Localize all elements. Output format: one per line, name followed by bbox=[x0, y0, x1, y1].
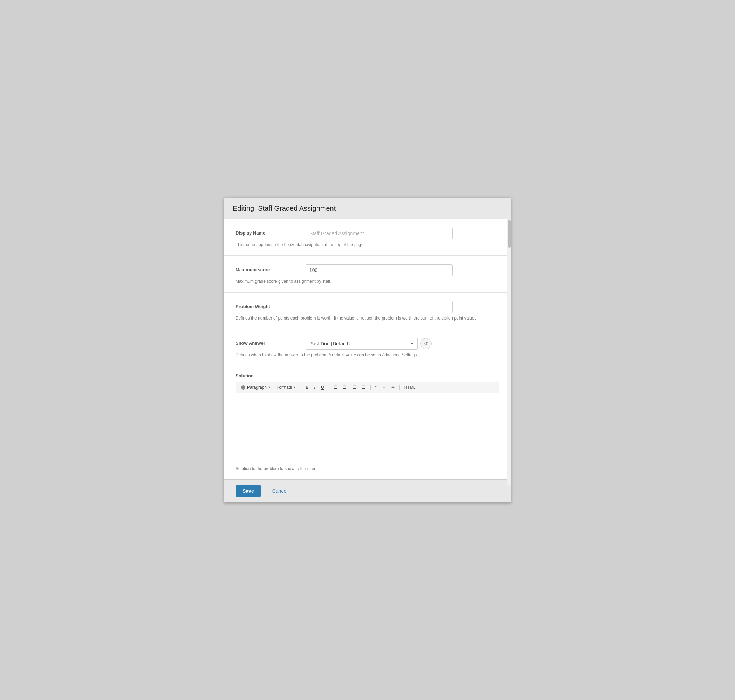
max-score-label: Maximum score bbox=[235, 264, 298, 272]
problem-weight-label: Problem Weight bbox=[235, 301, 298, 309]
max-score-control bbox=[306, 264, 500, 276]
show-answer-hint: Defines when to show the answer to the p… bbox=[235, 353, 500, 357]
display-name-section: Display Name This name appears in the ho… bbox=[224, 219, 511, 256]
display-name-label: Display Name bbox=[235, 228, 298, 235]
blockquote-icon: " bbox=[375, 385, 376, 390]
toolbar-divider-1 bbox=[301, 385, 301, 390]
modal-footer: Save Cancel bbox=[224, 479, 511, 502]
show-answer-select-wrap: Past Due (Default) Always Never Finished… bbox=[306, 338, 500, 350]
display-name-control bbox=[306, 228, 500, 240]
bold-button[interactable]: B bbox=[304, 384, 310, 391]
formats-dropdown-arrow: ▼ bbox=[293, 386, 296, 389]
ol-icon: ☰ bbox=[343, 385, 347, 390]
scrollbar-track[interactable] bbox=[507, 219, 511, 485]
link-icon: ⚭ bbox=[382, 385, 386, 390]
paragraph-circle-icon bbox=[241, 385, 245, 390]
problem-weight-row: Problem Weight bbox=[235, 301, 500, 313]
max-score-section: Maximum score Maximum grade score given … bbox=[224, 256, 511, 293]
modal-dialog: Editing: Staff Graded Assignment Display… bbox=[224, 198, 511, 503]
indent-increase-button[interactable]: ☰ bbox=[360, 384, 368, 391]
unordered-list-button[interactable]: ☰ bbox=[332, 384, 339, 391]
editor-content-area[interactable] bbox=[236, 393, 499, 463]
italic-button[interactable]: I bbox=[313, 384, 317, 391]
unlink-icon: ⚮ bbox=[391, 385, 395, 390]
solution-hint: Solution to the problem to show to the u… bbox=[235, 466, 500, 471]
show-answer-select[interactable]: Past Due (Default) Always Never Finished… bbox=[306, 338, 417, 350]
save-button[interactable]: Save bbox=[235, 485, 261, 497]
problem-weight-input[interactable] bbox=[306, 301, 453, 313]
max-score-row: Maximum score bbox=[235, 264, 500, 276]
toolbar-divider-2 bbox=[329, 385, 329, 390]
display-name-hint: This name appears in the horizontal navi… bbox=[235, 242, 500, 247]
solution-label: Solution bbox=[235, 373, 500, 378]
show-answer-row: Show Answer Past Due (Default) Always Ne… bbox=[235, 338, 500, 350]
problem-weight-section: Problem Weight Defines the number of poi… bbox=[224, 293, 511, 329]
indent-right-icon: ☰ bbox=[362, 385, 366, 390]
scrollbar-thumb[interactable] bbox=[508, 220, 511, 248]
modal-body: Display Name This name appears in the ho… bbox=[224, 219, 511, 479]
max-score-hint: Maximum grade score given to assignment … bbox=[235, 279, 500, 284]
show-answer-section: Show Answer Past Due (Default) Always Ne… bbox=[224, 329, 511, 366]
paragraph-label: Paragraph bbox=[247, 385, 267, 390]
toolbar-divider-4 bbox=[399, 385, 400, 390]
editor-toolbar: Paragraph ▼ Formats ▼ B I U ☰ bbox=[236, 382, 499, 393]
underline-button[interactable]: U bbox=[319, 384, 326, 391]
display-name-row: Display Name bbox=[235, 228, 500, 240]
modal-title: Editing: Staff Graded Assignment bbox=[233, 204, 502, 212]
modal-header: Editing: Staff Graded Assignment bbox=[224, 198, 511, 219]
paragraph-dropdown-arrow: ▼ bbox=[268, 386, 271, 389]
cancel-button[interactable]: Cancel bbox=[267, 485, 293, 497]
indent-decrease-button[interactable]: ☰ bbox=[351, 384, 358, 391]
max-score-input[interactable] bbox=[306, 264, 453, 276]
blockquote-button[interactable]: " bbox=[373, 384, 378, 391]
formats-label: Formats bbox=[276, 385, 292, 390]
problem-weight-hint: Defines the number of points each proble… bbox=[235, 316, 500, 321]
ul-icon: ☰ bbox=[334, 385, 337, 390]
html-label: HTML bbox=[404, 385, 416, 390]
html-button[interactable]: HTML bbox=[403, 384, 417, 391]
show-answer-control: Past Due (Default) Always Never Finished… bbox=[306, 338, 500, 350]
link-button[interactable]: ⚭ bbox=[381, 384, 387, 391]
show-answer-reset-button[interactable]: ↺ bbox=[420, 338, 432, 349]
problem-weight-control bbox=[306, 301, 500, 313]
solution-section: Solution Paragraph ▼ Formats ▼ B I bbox=[224, 366, 511, 479]
formats-dropdown[interactable]: Formats ▼ bbox=[275, 384, 298, 391]
solution-editor: Paragraph ▼ Formats ▼ B I U ☰ bbox=[235, 382, 500, 463]
reset-icon: ↺ bbox=[424, 341, 428, 347]
unlink-button[interactable]: ⚮ bbox=[390, 384, 397, 391]
show-answer-label: Show Answer bbox=[235, 338, 298, 346]
ordered-list-button[interactable]: ☰ bbox=[341, 384, 348, 391]
indent-left-icon: ☰ bbox=[353, 385, 356, 390]
display-name-input[interactable] bbox=[306, 228, 453, 240]
paragraph-dropdown[interactable]: Paragraph ▼ bbox=[240, 384, 273, 391]
